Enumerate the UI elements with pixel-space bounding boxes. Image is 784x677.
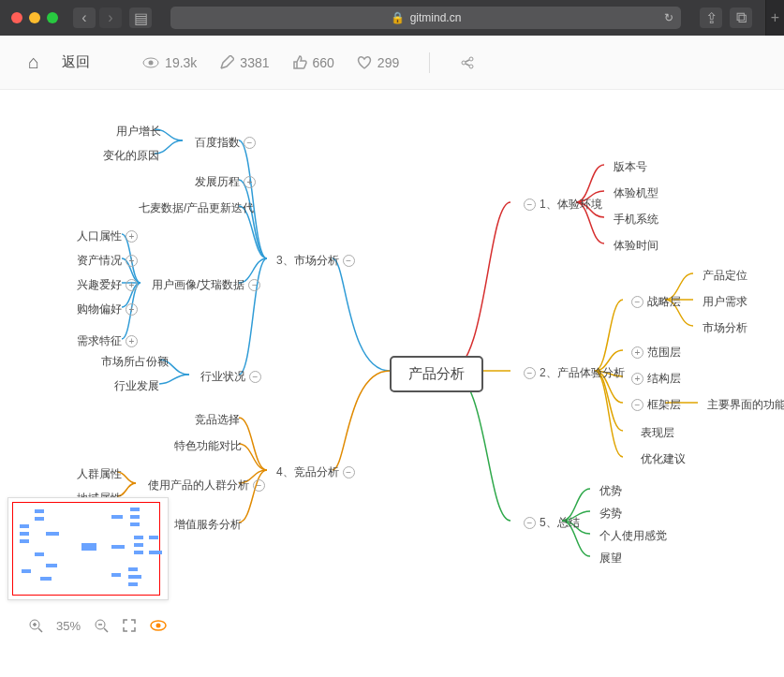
leaf-os[interactable]: 手机系统	[604, 208, 668, 231]
leaf-market[interactable]: 市场分析	[693, 316, 757, 340]
collapse-icon[interactable]: −	[253, 479, 265, 492]
leaf-vas[interactable]: 增值服务分析	[165, 513, 251, 537]
share-icon[interactable]: ⇪	[700, 7, 722, 28]
collapse-icon[interactable]: −	[631, 296, 643, 308]
sidebar-toggle[interactable]: ▤	[129, 7, 152, 28]
branch-5-idx: 5、	[540, 516, 557, 529]
leaf-dev[interactable]: 行业发展	[105, 375, 169, 398]
leaf-outlook[interactable]: 展望	[590, 547, 631, 570]
leaf-time[interactable]: 体验时间	[604, 234, 668, 258]
root-node[interactable]: 产品分析	[390, 356, 483, 392]
fav-count[interactable]: 299	[357, 55, 399, 70]
zoom-value: 35%	[56, 619, 81, 633]
mini-node	[134, 536, 143, 539]
branch-5[interactable]: −5、总结	[510, 511, 589, 535]
leaf-version[interactable]: 版本号	[604, 155, 657, 179]
like-count[interactable]: 660	[292, 55, 334, 70]
expand-icon[interactable]: +	[126, 303, 138, 316]
leaf-compselect[interactable]: 竞品选择	[185, 408, 249, 432]
leaf-share[interactable]: 市场所占份额	[92, 350, 178, 374]
leaf-interest[interactable]: 兴趣爱好+	[67, 273, 151, 297]
leaf-demo-label: 人口属性	[77, 229, 122, 243]
mini-node	[134, 551, 143, 554]
node-scope[interactable]: +范围层	[618, 341, 690, 364]
minimap[interactable]	[7, 497, 169, 600]
maximize-window[interactable]	[47, 12, 58, 23]
node-structure[interactable]: +结构层	[618, 367, 690, 390]
new-tab-button[interactable]: +	[765, 0, 784, 36]
leaf-optimize[interactable]: 优化建议	[631, 448, 695, 471]
expand-icon[interactable]: +	[126, 335, 138, 347]
mini-node	[130, 508, 140, 511]
back-link[interactable]: 返回	[62, 53, 90, 71]
tabs-icon[interactable]: ⧉	[730, 7, 752, 28]
back-button[interactable]: ‹	[73, 7, 96, 28]
leaf-qimai[interactable]: 七麦数据/产品更新迭代	[129, 197, 263, 220]
node-strategy[interactable]: −战略层	[618, 290, 690, 314]
leaf-positioning[interactable]: 产品定位	[693, 264, 757, 287]
zoom-out-button[interactable]	[94, 618, 109, 633]
expand-icon[interactable]: +	[126, 255, 138, 267]
node-skeleton-label: 框架层	[647, 398, 681, 411]
leaf-reason[interactable]: 变化的原因	[94, 144, 169, 168]
collapse-icon[interactable]: −	[249, 371, 261, 383]
mini-node	[149, 536, 158, 539]
mini-node	[130, 522, 140, 526]
collapse-icon[interactable]: −	[343, 255, 355, 267]
home-button[interactable]: ⌂	[28, 52, 39, 73]
leaf-userneed[interactable]: 用户需求	[693, 290, 757, 314]
branch-4[interactable]: 4、竞品分析−	[267, 461, 368, 484]
collapse-icon[interactable]: −	[524, 517, 536, 529]
collapse-icon[interactable]: −	[244, 137, 256, 149]
collapse-icon[interactable]: −	[343, 466, 355, 478]
share-button[interactable]	[460, 55, 475, 70]
leaf-surface[interactable]: 表现层	[631, 421, 684, 445]
url-bar[interactable]: 🔒 gitmind.cn ↻	[170, 7, 681, 29]
mini-node	[149, 551, 162, 554]
mindmap-canvas[interactable]: 产品分析 −1、体验环境 版本号 体验机型 手机系统 体验时间 −2、产品体验分…	[0, 90, 784, 652]
svg-point-8	[156, 624, 161, 628]
leaf-device[interactable]: 体验机型	[604, 182, 668, 205]
zoom-in-button[interactable]	[28, 618, 43, 633]
expand-icon[interactable]: +	[244, 176, 256, 188]
node-baidu[interactable]: 百度指数−	[185, 131, 269, 155]
expand-icon[interactable]: +	[126, 230, 138, 243]
leaf-pros[interactable]: 优势	[590, 479, 631, 503]
lock-icon: 🔒	[391, 11, 405, 24]
expand-icon[interactable]: +	[126, 279, 138, 291]
leaf-asset[interactable]: 资产情况+	[67, 249, 151, 272]
collapse-icon[interactable]: −	[631, 399, 643, 411]
leaf-crowd[interactable]: 人群属性	[67, 463, 131, 486]
leaf-feel[interactable]: 个人使用感觉	[590, 524, 676, 548]
reload-icon[interactable]: ↻	[664, 11, 673, 24]
url-text: gitmind.cn	[410, 11, 462, 24]
leaf-ui-functions[interactable]: 主要界面的功能区	[698, 393, 784, 417]
node-industry[interactable]: 行业状况−	[191, 365, 274, 389]
node-userana[interactable]: 使用产品的人群分析−	[139, 474, 278, 497]
collapse-icon[interactable]: −	[248, 279, 260, 291]
minimize-window[interactable]	[29, 12, 40, 23]
expand-icon[interactable]: +	[631, 346, 643, 359]
branch-3[interactable]: 3、市场分析−	[267, 249, 368, 272]
branch-2[interactable]: −2、产品体验分析	[510, 361, 634, 385]
mini-node	[35, 509, 44, 513]
leaf-cons[interactable]: 劣势	[590, 502, 631, 525]
expand-icon[interactable]: +	[631, 373, 643, 385]
zoom-toolbar: 35%	[28, 618, 167, 633]
leaf-demo[interactable]: 人口属性+	[67, 225, 151, 248]
node-skeleton[interactable]: −框架层	[618, 393, 690, 417]
close-window[interactable]	[11, 12, 22, 23]
collapse-icon[interactable]: −	[524, 367, 536, 379]
leaf-asset-label: 资产情况	[77, 254, 122, 267]
leaf-feature[interactable]: 特色功能对比	[165, 434, 251, 458]
branch-1[interactable]: −1、体验环境	[510, 193, 612, 216]
node-persona-label: 用户画像/艾瑞数据	[152, 278, 244, 291]
collapse-icon[interactable]: −	[524, 199, 536, 211]
leaf-shop[interactable]: 购物偏好+	[67, 298, 151, 321]
leaf-growth[interactable]: 用户增长	[107, 120, 170, 143]
fit-button[interactable]	[122, 618, 137, 633]
forward-button[interactable]: ›	[99, 7, 122, 28]
node-history[interactable]: 发展历程+	[185, 170, 269, 194]
node-persona[interactable]: 用户画像/艾瑞数据−	[142, 273, 274, 297]
presentation-button[interactable]	[150, 619, 167, 632]
